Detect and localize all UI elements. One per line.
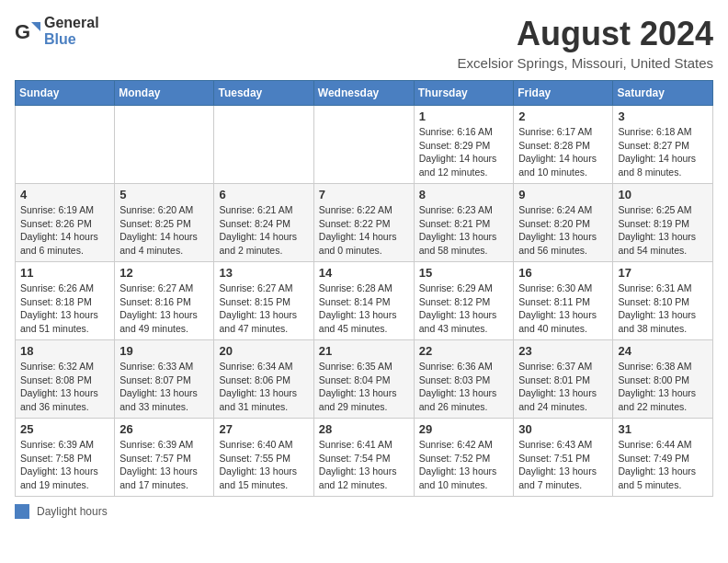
week-row-1: 4Sunrise: 6:19 AM Sunset: 8:26 PM Daylig…	[16, 184, 713, 262]
day-info: Sunrise: 6:17 AM Sunset: 8:28 PM Dayligh…	[518, 125, 608, 179]
day-number: 18	[20, 344, 109, 358]
day-info: Sunrise: 6:29 AM Sunset: 8:12 PM Dayligh…	[419, 282, 509, 336]
title-area: August 2024 Excelsior Springs, Missouri,…	[458, 15, 713, 71]
weekday-header-thursday: Thursday	[414, 81, 514, 106]
week-row-4: 25Sunrise: 6:39 AM Sunset: 7:58 PM Dayli…	[16, 419, 713, 497]
calendar-cell: 20Sunrise: 6:34 AM Sunset: 8:06 PM Dayli…	[214, 340, 313, 419]
calendar-cell: 18Sunrise: 6:32 AM Sunset: 8:08 PM Dayli…	[16, 340, 115, 419]
day-number: 15	[419, 266, 509, 280]
calendar-cell: 16Sunrise: 6:30 AM Sunset: 8:11 PM Dayli…	[514, 262, 613, 340]
day-info: Sunrise: 6:26 AM Sunset: 8:18 PM Dayligh…	[20, 282, 109, 336]
day-number: 12	[119, 266, 209, 280]
calendar-cell	[214, 106, 313, 184]
calendar-cell: 13Sunrise: 6:27 AM Sunset: 8:15 PM Dayli…	[214, 262, 313, 340]
day-number: 22	[419, 344, 509, 358]
calendar-cell: 22Sunrise: 6:36 AM Sunset: 8:03 PM Dayli…	[414, 340, 514, 419]
calendar-cell: 15Sunrise: 6:29 AM Sunset: 8:12 PM Dayli…	[414, 262, 514, 340]
day-info: Sunrise: 6:30 AM Sunset: 8:11 PM Dayligh…	[518, 282, 608, 336]
day-number: 5	[119, 188, 209, 201]
day-number: 11	[20, 266, 109, 280]
day-info: Sunrise: 6:39 AM Sunset: 7:58 PM Dayligh…	[20, 438, 109, 492]
weekday-header-monday: Monday	[115, 81, 214, 106]
day-info: Sunrise: 6:43 AM Sunset: 7:51 PM Dayligh…	[518, 438, 608, 492]
day-number: 31	[618, 422, 708, 436]
day-info: Sunrise: 6:25 AM Sunset: 8:19 PM Dayligh…	[618, 203, 708, 258]
calendar-cell: 4Sunrise: 6:19 AM Sunset: 8:26 PM Daylig…	[16, 184, 115, 262]
calendar-cell: 10Sunrise: 6:25 AM Sunset: 8:19 PM Dayli…	[613, 184, 713, 262]
day-number: 21	[319, 344, 409, 358]
day-info: Sunrise: 6:33 AM Sunset: 8:07 PM Dayligh…	[119, 360, 209, 414]
logo-icon: G	[15, 18, 40, 44]
calendar-cell: 2Sunrise: 6:17 AM Sunset: 8:28 PM Daylig…	[514, 106, 613, 184]
logo-blue: Blue	[44, 31, 76, 47]
calendar-cell: 9Sunrise: 6:24 AM Sunset: 8:20 PM Daylig…	[514, 184, 613, 262]
calendar-cell: 1Sunrise: 6:16 AM Sunset: 8:29 PM Daylig…	[414, 106, 514, 184]
day-info: Sunrise: 6:20 AM Sunset: 8:25 PM Dayligh…	[119, 203, 209, 258]
day-info: Sunrise: 6:32 AM Sunset: 8:08 PM Dayligh…	[20, 360, 109, 414]
weekday-header-tuesday: Tuesday	[214, 81, 313, 106]
logo: G General Blue	[15, 15, 99, 48]
calendar-cell: 30Sunrise: 6:43 AM Sunset: 7:51 PM Dayli…	[514, 419, 613, 497]
day-number: 25	[20, 422, 109, 436]
calendar-cell	[16, 106, 115, 184]
day-number: 8	[419, 188, 509, 201]
calendar-cell: 3Sunrise: 6:18 AM Sunset: 8:27 PM Daylig…	[613, 106, 713, 184]
day-info: Sunrise: 6:16 AM Sunset: 8:29 PM Dayligh…	[419, 125, 509, 179]
calendar-cell: 12Sunrise: 6:27 AM Sunset: 8:16 PM Dayli…	[115, 262, 214, 340]
calendar-cell: 29Sunrise: 6:42 AM Sunset: 7:52 PM Dayli…	[414, 419, 514, 497]
day-number: 27	[219, 422, 308, 436]
calendar-cell: 25Sunrise: 6:39 AM Sunset: 7:58 PM Dayli…	[16, 419, 115, 497]
calendar-cell: 28Sunrise: 6:41 AM Sunset: 7:54 PM Dayli…	[313, 419, 414, 497]
calendar-cell: 26Sunrise: 6:39 AM Sunset: 7:57 PM Dayli…	[115, 419, 214, 497]
day-info: Sunrise: 6:23 AM Sunset: 8:21 PM Dayligh…	[419, 203, 509, 258]
main-title: August 2024	[458, 15, 713, 53]
day-info: Sunrise: 6:22 AM Sunset: 8:22 PM Dayligh…	[319, 203, 409, 258]
calendar-cell: 17Sunrise: 6:31 AM Sunset: 8:10 PM Dayli…	[613, 262, 713, 340]
day-number: 16	[518, 266, 608, 280]
header: G General Blue August 2024 Excelsior Spr…	[15, 15, 713, 71]
day-info: Sunrise: 6:42 AM Sunset: 7:52 PM Dayligh…	[419, 438, 509, 492]
day-info: Sunrise: 6:40 AM Sunset: 7:55 PM Dayligh…	[219, 438, 308, 492]
legend-box	[15, 504, 29, 519]
day-info: Sunrise: 6:41 AM Sunset: 7:54 PM Dayligh…	[319, 438, 409, 492]
week-row-0: 1Sunrise: 6:16 AM Sunset: 8:29 PM Daylig…	[16, 106, 713, 184]
week-row-3: 18Sunrise: 6:32 AM Sunset: 8:08 PM Dayli…	[16, 340, 713, 419]
day-info: Sunrise: 6:36 AM Sunset: 8:03 PM Dayligh…	[419, 360, 509, 414]
day-info: Sunrise: 6:34 AM Sunset: 8:06 PM Dayligh…	[219, 360, 308, 414]
calendar-cell: 8Sunrise: 6:23 AM Sunset: 8:21 PM Daylig…	[414, 184, 514, 262]
calendar-cell: 14Sunrise: 6:28 AM Sunset: 8:14 PM Dayli…	[313, 262, 414, 340]
day-number: 14	[319, 266, 409, 280]
calendar-cell	[313, 106, 414, 184]
calendar-cell	[115, 106, 214, 184]
svg-text:G: G	[15, 20, 30, 43]
day-info: Sunrise: 6:27 AM Sunset: 8:16 PM Dayligh…	[119, 282, 209, 336]
legend-label: Daylight hours	[37, 505, 108, 518]
week-row-2: 11Sunrise: 6:26 AM Sunset: 8:18 PM Dayli…	[16, 262, 713, 340]
day-number: 1	[419, 109, 509, 123]
svg-marker-1	[31, 22, 40, 31]
day-number: 4	[20, 188, 109, 201]
day-number: 17	[618, 266, 708, 280]
day-number: 6	[219, 188, 308, 201]
day-number: 30	[518, 422, 608, 436]
calendar-cell: 31Sunrise: 6:44 AM Sunset: 7:49 PM Dayli…	[613, 419, 713, 497]
day-info: Sunrise: 6:27 AM Sunset: 8:15 PM Dayligh…	[219, 282, 308, 336]
day-number: 23	[518, 344, 608, 358]
day-number: 3	[618, 109, 708, 123]
logo-general: General	[44, 15, 99, 30]
weekday-header-wednesday: Wednesday	[313, 81, 414, 106]
day-info: Sunrise: 6:35 AM Sunset: 8:04 PM Dayligh…	[319, 360, 409, 414]
calendar-cell: 7Sunrise: 6:22 AM Sunset: 8:22 PM Daylig…	[313, 184, 414, 262]
day-number: 2	[518, 109, 608, 123]
day-info: Sunrise: 6:19 AM Sunset: 8:26 PM Dayligh…	[20, 203, 109, 258]
calendar-cell: 24Sunrise: 6:38 AM Sunset: 8:00 PM Dayli…	[613, 340, 713, 419]
day-number: 9	[518, 188, 608, 201]
calendar-table: SundayMondayTuesdayWednesdayThursdayFrid…	[15, 80, 713, 497]
day-number: 13	[219, 266, 308, 280]
day-number: 7	[319, 188, 409, 201]
day-info: Sunrise: 6:21 AM Sunset: 8:24 PM Dayligh…	[219, 203, 308, 258]
day-number: 10	[618, 188, 708, 201]
day-number: 20	[219, 344, 308, 358]
day-info: Sunrise: 6:28 AM Sunset: 8:14 PM Dayligh…	[319, 282, 409, 336]
calendar-cell: 6Sunrise: 6:21 AM Sunset: 8:24 PM Daylig…	[214, 184, 313, 262]
